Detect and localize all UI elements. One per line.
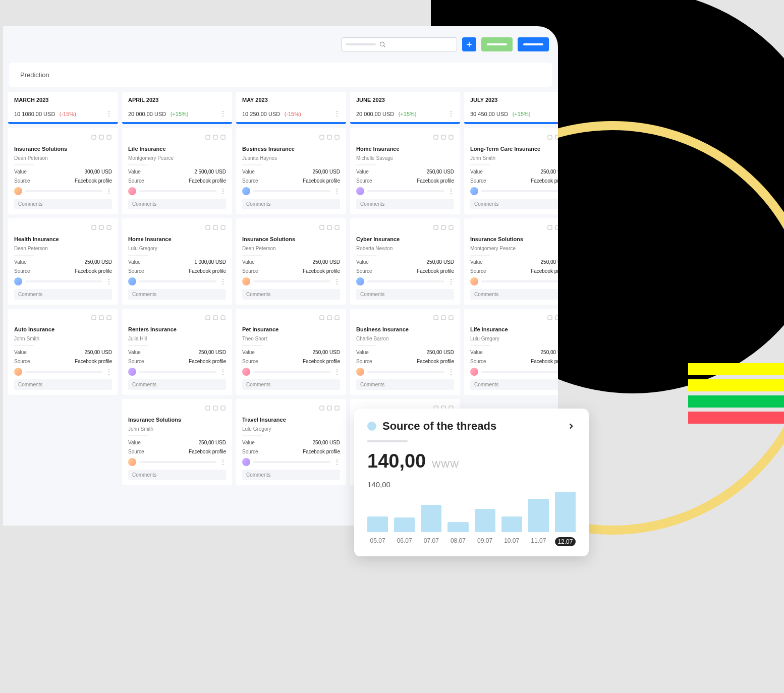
card-owner: Roberta Newton (356, 246, 454, 251)
deal-card[interactable]: Insurance Solutions Dean Peterson Value2… (236, 218, 346, 305)
deal-card[interactable]: Life Insurance Lulu Gregory Value250,00 … (464, 309, 558, 395)
comments-input[interactable]: Comments (242, 289, 340, 300)
primary-action-button[interactable] (518, 37, 549, 51)
calendar-icon (326, 314, 332, 323)
deal-card[interactable]: Renters Insurance Julia Hill Value250,00… (122, 309, 232, 395)
card-value-label: Value (14, 169, 27, 175)
svg-rect-34 (320, 406, 324, 410)
column-delta: (+15%) (513, 111, 531, 117)
deal-card[interactable]: Auto Insurance John Smith Value250,00 US… (8, 309, 118, 395)
deal-card[interactable]: Business Insurance Juanita Haynes Value2… (236, 128, 346, 214)
card-divider (128, 255, 148, 256)
chart-bar[interactable] (555, 492, 576, 532)
card-menu-button[interactable]: ⋮ (219, 277, 226, 285)
secondary-action-button[interactable] (481, 37, 513, 51)
bar-chart (367, 492, 576, 532)
add-button[interactable] (462, 37, 476, 51)
deal-card[interactable]: Home Insurance Michelle Savage Value250,… (350, 128, 460, 214)
comments-input[interactable]: Comments (356, 289, 454, 300)
card-menu-button[interactable]: ⋮ (447, 187, 454, 195)
deal-card[interactable]: Travel Insurance Lulu Gregory Value250,0… (236, 399, 346, 485)
chart-x-label[interactable]: 07.07 (421, 537, 441, 546)
card-menu-button[interactable]: ⋮ (219, 458, 226, 466)
comments-input[interactable]: Comments (242, 199, 340, 209)
deal-card[interactable]: Business Insurance Charlie Barron Value2… (350, 309, 460, 395)
card-menu-button[interactable]: ⋮ (333, 277, 340, 285)
deal-card[interactable]: Life Insurance Montgomery Pearce Value2 … (122, 128, 232, 214)
card-menu-button[interactable]: ⋮ (219, 187, 226, 195)
deal-card[interactable]: Long-Term Care Insurance John Smith Valu… (464, 128, 558, 214)
column-menu-button[interactable]: ⋮ (105, 109, 112, 118)
card-menu-button[interactable]: ⋮ (219, 368, 226, 376)
chart-x-label[interactable]: 09.07 (475, 537, 495, 546)
chart-bar[interactable] (528, 499, 549, 532)
card-source: Facebook profile (75, 268, 112, 274)
chart-x-label[interactable]: 11.07 (528, 537, 549, 546)
comments-input[interactable]: Comments (356, 199, 454, 209)
file-icon (106, 314, 112, 323)
chart-x-label[interactable]: 12.07 (555, 537, 576, 546)
chart-bar[interactable] (367, 516, 388, 532)
chart-x-label[interactable]: 05.07 (367, 537, 388, 546)
svg-rect-9 (107, 225, 111, 229)
chart-bar[interactable] (475, 509, 495, 532)
card-title: Insurance Solutions (242, 236, 340, 242)
card-divider (470, 164, 490, 165)
comments-input[interactable]: Comments (242, 470, 340, 480)
comments-input[interactable]: Comments (470, 199, 558, 209)
deal-card[interactable]: Cyber Insurance Roberta Newton Value250,… (350, 218, 460, 305)
assignee-placeholder (367, 280, 444, 282)
card-value: 250,00 USD (313, 259, 340, 265)
comments-input[interactable]: Comments (14, 379, 112, 390)
card-menu-button[interactable]: ⋮ (447, 368, 454, 376)
chevron-right-icon[interactable] (567, 422, 576, 431)
card-menu-button[interactable]: ⋮ (333, 458, 340, 466)
column-progress-bar (464, 122, 558, 124)
card-owner: Montgomery Pearce (470, 246, 558, 251)
chart-x-label[interactable]: 10.07 (501, 537, 522, 546)
svg-rect-43 (434, 316, 438, 320)
comments-input[interactable]: Comments (242, 379, 340, 390)
chart-x-label[interactable]: 06.07 (394, 537, 415, 546)
chart-x-label[interactable]: 08.07 (447, 537, 468, 546)
deal-card[interactable]: Health Insurance Dean Peterson Value250,… (8, 218, 118, 305)
deal-card[interactable]: Insurance Solutions John Smith Value250,… (122, 399, 232, 485)
chart-max-label: 140,00 (367, 480, 576, 489)
chart-bar[interactable] (421, 505, 441, 532)
tab-prediction[interactable]: Prediction (20, 71, 49, 79)
deal-card[interactable]: Home Insurance Lulu Gregory Value1 000,0… (122, 218, 232, 305)
comments-input[interactable]: Comments (128, 289, 226, 300)
assignee-placeholder (25, 371, 102, 373)
comments-input[interactable]: Comments (14, 289, 112, 300)
comments-input[interactable]: Comments (14, 199, 112, 209)
column-menu-button[interactable]: ⋮ (219, 109, 226, 118)
card-source-label: Source (128, 449, 144, 454)
card-menu-button[interactable]: ⋮ (105, 277, 112, 285)
assignee-placeholder (253, 280, 330, 282)
comments-input[interactable]: Comments (470, 379, 558, 390)
svg-rect-53 (555, 225, 558, 229)
card-value-label: Value (470, 350, 483, 355)
card-menu-button[interactable]: ⋮ (333, 368, 340, 376)
search-input[interactable] (341, 37, 457, 51)
deal-card[interactable]: Insurance Solutions Dean Peterson Value3… (8, 128, 118, 214)
card-menu-button[interactable]: ⋮ (447, 277, 454, 285)
comments-input[interactable]: Comments (356, 379, 454, 390)
comments-input[interactable]: Comments (128, 470, 226, 480)
column-menu-button[interactable]: ⋮ (447, 109, 454, 118)
deal-card[interactable]: Insurance Solutions Montgomery Pearce Va… (464, 218, 558, 305)
chart-bar[interactable] (447, 522, 468, 532)
card-divider (470, 345, 490, 346)
card-menu-button[interactable]: ⋮ (105, 368, 112, 376)
avatar (128, 368, 136, 376)
comments-input[interactable]: Comments (128, 379, 226, 390)
column-menu-button[interactable]: ⋮ (333, 109, 340, 118)
deal-card[interactable]: Pet Insurance Theo Short Value250,00 USD… (236, 309, 346, 395)
chart-bar[interactable] (501, 516, 522, 532)
chart-bar[interactable] (394, 517, 415, 532)
comments-input[interactable]: Comments (128, 199, 226, 209)
card-menu-button[interactable]: ⋮ (333, 187, 340, 195)
card-source-label: Source (14, 268, 30, 274)
card-menu-button[interactable]: ⋮ (105, 187, 112, 195)
comments-input[interactable]: Comments (470, 289, 558, 300)
